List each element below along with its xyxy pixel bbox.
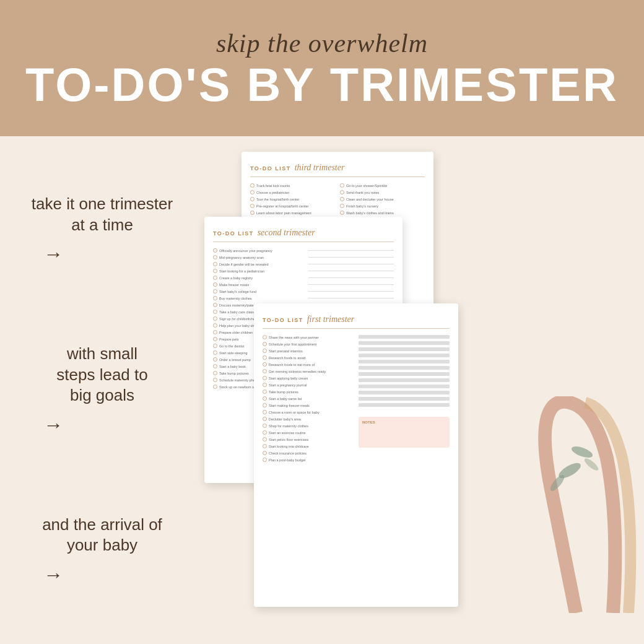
first-title-row: TO-DO LIST first trimester — [263, 315, 450, 329]
text-two: with smallsteps lead tobig goals — [25, 344, 180, 406]
text-one: take it one trimester at a time — [25, 194, 180, 236]
third-item-8: Clean and declutter your house — [340, 197, 425, 201]
first-col2: Notes — [359, 335, 450, 464]
third-title-row: TO-DO LIST third trimester — [250, 163, 425, 177]
first-card-title: TO-DO LIST — [263, 317, 303, 323]
third-item-4: Pre-register at hospital/birth center — [250, 204, 335, 208]
content-section: take it one trimester at a time → with s… — [0, 136, 644, 644]
second-card-title: TO-DO LIST — [213, 230, 254, 237]
right-panel: TO-DO LIST third trimester Track fetal k… — [192, 136, 644, 644]
third-item-3: Tour the hospital/birth center — [250, 197, 335, 201]
arrow-two: → — [25, 414, 180, 437]
arrow-one: → — [25, 243, 180, 266]
first-col1: Share the news with your partner Schedul… — [263, 335, 354, 464]
second-card-script: second trimester — [258, 228, 315, 237]
third-card-title: TO-DO LIST — [250, 165, 291, 172]
svg-point-1 — [570, 444, 594, 459]
notes-box: Notes — [359, 417, 450, 448]
first-card-script: first trimester — [307, 315, 355, 324]
arrow-icon-one: → — [43, 243, 63, 266]
header-section: skip the overwhelm TO-DO'S BY TRIMESTER — [0, 0, 644, 136]
third-item-9: Finish baby's nursery — [340, 204, 425, 208]
svg-point-3 — [583, 456, 600, 472]
header-subtitle: skip the overwhelm — [216, 28, 428, 58]
botanical-deco — [520, 396, 644, 613]
third-card-script: third trimester — [295, 163, 345, 172]
third-item-2: Choose a pediatrician — [250, 190, 335, 194]
third-item-10: Wash baby's clothes and linens — [340, 211, 425, 215]
third-item-5: Learn about labor pain management — [250, 211, 335, 215]
card-first-trimester: TO-DO LIST first trimester Share the new… — [254, 303, 458, 607]
third-item-6: Go to your shower/Sprinkle — [340, 183, 425, 188]
block-one: take it one trimester at a time → — [25, 194, 180, 266]
arrow-icon-three: → — [43, 564, 63, 586]
third-item-7: Send thank you notes — [340, 190, 425, 194]
block-three: and the arrival of your baby → — [25, 515, 180, 587]
first-columns: Share the news with your partner Schedul… — [263, 335, 450, 464]
header-main-title: TO-DO'S BY TRIMESTER — [25, 61, 619, 108]
notes-label: Notes — [362, 420, 446, 424]
left-panel: take it one trimester at a time → with s… — [0, 136, 192, 644]
text-three: and the arrival of your baby — [25, 515, 180, 557]
third-item-1: Track fetal kick counts — [250, 183, 335, 188]
arrow-icon-two: → — [43, 414, 63, 437]
block-two: with smallsteps lead tobig goals → — [25, 344, 180, 437]
second-title-row: TO-DO LIST second trimester — [213, 228, 394, 242]
arrow-three: → — [25, 564, 180, 586]
